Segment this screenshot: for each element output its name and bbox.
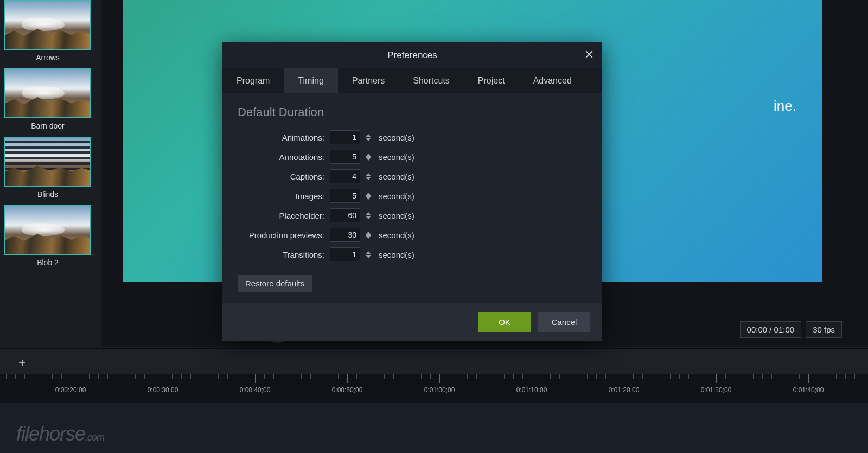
ruler-tick-minor	[283, 374, 283, 379]
duration-field: Animations:second(s)	[238, 129, 587, 145]
duration-input[interactable]	[330, 228, 360, 242]
ruler-tick-minor	[476, 374, 477, 379]
ruler-tick-minor	[513, 374, 514, 379]
ruler-tick-minor	[218, 374, 219, 379]
ruler-tick-minor	[458, 374, 458, 379]
ruler-tick-minor	[707, 374, 707, 379]
transition-thumb[interactable]: Blob 2	[4, 205, 91, 269]
restore-defaults-button[interactable]: Restore defaults	[238, 275, 312, 292]
ruler-tick-minor	[292, 374, 292, 379]
spinner[interactable]	[366, 193, 373, 200]
ruler-tick-minor	[117, 374, 117, 379]
field-suffix: second(s)	[379, 133, 414, 142]
duration-field: Images:second(s)	[238, 188, 587, 204]
spinner-down-icon[interactable]	[366, 255, 371, 258]
duration-input[interactable]	[330, 247, 360, 261]
spinner[interactable]	[366, 212, 373, 219]
ruler-tick-minor	[670, 374, 671, 379]
field-suffix: second(s)	[379, 152, 414, 162]
spinner-up-icon[interactable]	[366, 251, 371, 254]
duration-input[interactable]	[330, 130, 360, 144]
transition-thumb[interactable]: Barn door	[4, 68, 91, 132]
ruler-tick-minor	[578, 374, 578, 379]
ruler-tick-major	[532, 374, 532, 383]
ruler-tick-minor	[633, 374, 634, 379]
ruler-tick-minor	[799, 374, 800, 379]
spinner-up-icon[interactable]	[366, 212, 371, 215]
ruler-label: 0:00:50;00	[332, 386, 363, 394]
spinner-down-icon[interactable]	[366, 177, 371, 180]
transition-thumb[interactable]: Blinds	[4, 137, 91, 201]
spinner-up-icon[interactable]	[366, 154, 371, 157]
spinner-up-icon[interactable]	[366, 173, 371, 176]
spinner-down-icon[interactable]	[366, 138, 371, 141]
ruler-tick-minor	[771, 374, 772, 379]
ruler-tick-minor	[744, 374, 744, 379]
spinner-down-icon[interactable]	[366, 196, 371, 200]
spinner[interactable]	[366, 232, 373, 239]
ok-button[interactable]: OK	[478, 312, 531, 332]
cancel-button[interactable]: Cancel	[538, 312, 590, 332]
ruler-label: 0:00:30;00	[148, 386, 178, 394]
field-label: Images:	[238, 192, 324, 201]
ruler-tick-major	[439, 374, 440, 383]
duration-input[interactable]	[330, 208, 360, 222]
timeline-ruler[interactable]: 0:00:20;000:00:30;000:00:40;000:00:50;00…	[0, 374, 868, 403]
field-suffix: second(s)	[379, 172, 414, 181]
ruler-tick-minor	[301, 374, 302, 379]
ruler-tick-minor	[550, 374, 551, 379]
dialog-body: Default Duration Animations:second(s)Ann…	[222, 93, 602, 303]
ruler-tick-minor	[642, 374, 643, 379]
thumb-label: Barn door	[4, 118, 91, 132]
ruler-tick-major	[347, 374, 348, 383]
dialog-footer: OK Cancel	[222, 303, 602, 341]
timeline-tracks[interactable]	[0, 403, 868, 453]
field-label: Annotations:	[238, 152, 324, 162]
ruler-tick-minor	[679, 374, 680, 379]
add-track-button[interactable]: +	[18, 355, 26, 371]
ruler-label: 0:01:30;00	[701, 386, 732, 394]
time-position[interactable]: 00:00 / 01:00	[740, 321, 802, 338]
spinner-up-icon[interactable]	[366, 232, 371, 235]
duration-input[interactable]	[330, 169, 360, 183]
spinner-down-icon[interactable]	[366, 216, 371, 219]
ruler-tick-minor	[615, 374, 615, 379]
duration-input[interactable]	[330, 189, 360, 203]
ruler-tick-major	[163, 374, 163, 383]
ruler-tick-minor	[34, 374, 34, 379]
ruler-tick-minor	[375, 374, 375, 379]
ruler-tick-minor	[652, 374, 652, 379]
ruler-tick-minor	[725, 374, 726, 379]
ruler-tick-minor	[421, 374, 422, 379]
duration-input[interactable]	[330, 150, 360, 164]
spinner[interactable]	[366, 154, 373, 161]
tab-timing[interactable]: Timing	[284, 68, 337, 93]
watermark-brand: filehorse	[16, 423, 85, 445]
ruler-tick-minor	[366, 374, 366, 379]
spinner-down-icon[interactable]	[366, 235, 371, 239]
ruler-label: 0:00:40;00	[240, 386, 271, 394]
thumb-image	[4, 137, 91, 187]
field-suffix: second(s)	[379, 250, 414, 259]
spinner-up-icon[interactable]	[366, 134, 371, 137]
tab-partners[interactable]: Partners	[338, 68, 399, 93]
transition-thumb[interactable]: Arrows	[4, 0, 91, 64]
spinner[interactable]	[366, 251, 373, 258]
spinner[interactable]	[366, 173, 373, 180]
close-button[interactable]	[584, 49, 595, 62]
duration-field: Transitions:second(s)	[238, 246, 587, 263]
ruler-tick-minor	[661, 374, 661, 379]
spinner-down-icon[interactable]	[366, 157, 371, 161]
ruler-tick-minor	[569, 374, 569, 379]
spinner[interactable]	[366, 134, 373, 141]
tab-program[interactable]: Program	[222, 68, 284, 93]
ruler-label: 0:01:40;00	[793, 386, 824, 394]
duration-field: Annotations:second(s)	[238, 149, 587, 165]
tab-shortcuts[interactable]: Shortcuts	[399, 68, 464, 93]
tab-project[interactable]: Project	[464, 68, 519, 93]
spinner-up-icon[interactable]	[366, 193, 371, 196]
ruler-tick-minor	[605, 374, 606, 379]
ruler-tick-minor	[273, 374, 274, 379]
fps-display[interactable]: 30 fps	[806, 321, 842, 338]
tab-advanced[interactable]: Advanced	[519, 68, 586, 93]
